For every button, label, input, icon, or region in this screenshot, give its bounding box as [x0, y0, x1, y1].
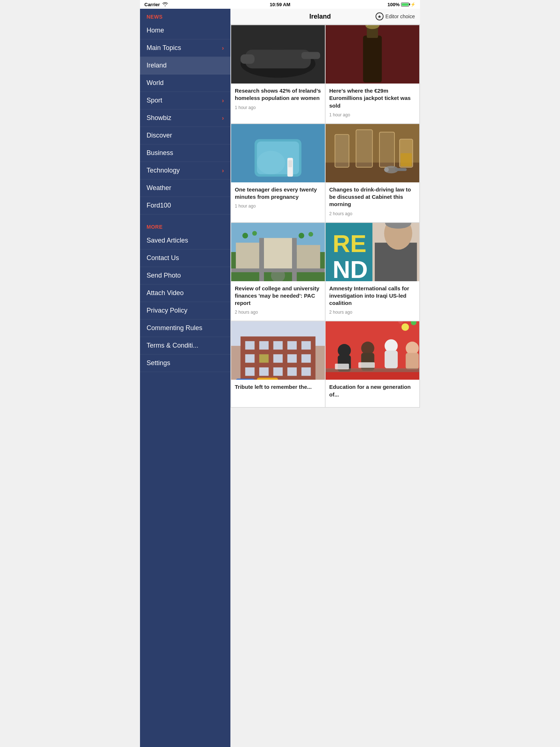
main-content: Ireland ★ Editor choice: [230, 9, 420, 747]
status-left: Carrier: [144, 2, 168, 7]
sidebar-item-label: World: [147, 79, 164, 87]
sidebar-item-terms[interactable]: Terms & Conditi...: [140, 337, 230, 355]
sidebar-item-weather[interactable]: Weather: [140, 179, 230, 197]
article-time: [235, 394, 321, 398]
sidebar-item-saved-articles[interactable]: Saved Articles: [140, 232, 230, 249]
sidebar-item-label: Showbiz: [147, 114, 171, 122]
sidebar-item-main-topics[interactable]: Main Topics ›: [140, 39, 230, 57]
status-time: 10:59 AM: [270, 2, 291, 7]
svg-text:RE: RE: [332, 230, 366, 257]
article-time: 2 hours ago: [329, 211, 416, 220]
news-card[interactable]: Research shows 42% of Ireland’s homeless…: [231, 25, 325, 123]
article-headline: Review of college and university finance…: [235, 285, 321, 307]
svg-rect-60: [287, 355, 297, 363]
svg-point-41: [308, 232, 313, 236]
svg-point-38: [242, 233, 248, 238]
sidebar-item-label: Settings: [147, 359, 170, 367]
article-image: [326, 25, 419, 84]
svg-rect-2: [245, 50, 311, 68]
article-time: 1 hour ago: [235, 204, 321, 212]
sidebar-item-ireland[interactable]: Ireland: [140, 57, 230, 74]
svg-point-77: [406, 342, 419, 355]
sidebar-item-label: Commenting Rules: [147, 324, 202, 332]
svg-rect-22: [356, 130, 373, 167]
sidebar-item-home[interactable]: Home: [140, 22, 230, 39]
article-headline: Tribute left to remember the...: [235, 383, 321, 391]
sidebar-item-label: Weather: [147, 184, 171, 192]
sidebar-item-business[interactable]: Business: [140, 144, 230, 162]
svg-rect-65: [287, 368, 297, 376]
article-time: [329, 401, 416, 405]
svg-point-82: [401, 324, 409, 331]
sidebar-item-commenting-rules[interactable]: Commenting Rules: [140, 320, 230, 337]
article-headline: Research shows 42% of Ireland’s homeless…: [235, 87, 321, 102]
svg-rect-6: [363, 36, 382, 83]
svg-rect-17: [288, 160, 292, 167]
article-image: [231, 25, 325, 84]
sidebar-item-settings[interactable]: Settings: [140, 355, 230, 372]
svg-rect-3: [241, 54, 255, 64]
sidebar-item-label: Saved Articles: [147, 237, 188, 244]
sidebar-item-showbiz[interactable]: Showbiz ›: [140, 109, 230, 127]
svg-rect-55: [287, 341, 297, 350]
svg-rect-63: [259, 368, 269, 376]
article-image: [231, 223, 325, 281]
sidebar-item-label: Ireland: [147, 62, 167, 69]
news-card[interactable]: Education for a new generation of...: [326, 321, 419, 407]
article-image: [326, 321, 419, 380]
sidebar-item-privacy-policy[interactable]: Privacy Policy: [140, 302, 230, 320]
article-image: [326, 124, 419, 182]
sidebar-item-label: Technology: [147, 167, 180, 174]
news-card[interactable]: RE ND Amnesty International calls for in…: [326, 223, 419, 321]
star-icon: ★: [376, 12, 384, 20]
news-card[interactable]: Here’s where the €29m Euromillions jackp…: [326, 25, 419, 123]
svg-rect-76: [385, 351, 398, 368]
sidebar-item-label: Privacy Policy: [147, 307, 187, 314]
sidebar-divider: [140, 214, 230, 219]
article-headline: One teenager dies every twenty minutes f…: [235, 186, 321, 201]
article-time: 2 hours ago: [329, 310, 416, 318]
sidebar-item-contact-us[interactable]: Contact Us: [140, 249, 230, 267]
svg-rect-61: [302, 355, 311, 363]
wifi-icon: [162, 2, 168, 7]
sidebar-item-discover[interactable]: Discover: [140, 127, 230, 144]
svg-rect-62: [245, 368, 255, 376]
sidebar-item-label: Send Photo: [147, 272, 181, 279]
sidebar-item-label: Home: [147, 27, 164, 34]
sidebar-item-ford100[interactable]: Ford100: [140, 197, 230, 214]
editor-choice-button[interactable]: ★ Editor choice: [376, 12, 415, 20]
article-headline: Changes to drink-driving law to be discu…: [329, 186, 416, 208]
svg-rect-35: [292, 238, 297, 281]
status-bar: Carrier 10:59 AM 100% ⚡: [140, 0, 420, 9]
more-section-label: MORE: [140, 219, 230, 232]
svg-rect-27: [395, 168, 407, 171]
svg-rect-25: [401, 153, 412, 166]
svg-rect-52: [245, 341, 255, 350]
svg-rect-23: [380, 132, 394, 167]
article-image: [231, 124, 325, 182]
sidebar-item-label: Ford100: [147, 202, 171, 209]
svg-rect-80: [335, 364, 349, 369]
sidebar-item-send-photo[interactable]: Send Photo: [140, 267, 230, 285]
article-time: 1 hour ago: [329, 112, 416, 121]
svg-rect-32: [264, 238, 292, 271]
news-section-label: NEWS: [140, 9, 230, 22]
news-card[interactable]: Tribute left to remember the...: [231, 321, 325, 407]
svg-rect-67: [236, 379, 254, 380]
sidebar-item-attach-video[interactable]: Attach Video: [140, 285, 230, 302]
status-right: 100% ⚡: [388, 2, 416, 7]
article-time: 2 hours ago: [235, 310, 321, 318]
news-card[interactable]: Changes to drink-driving law to be discu…: [326, 124, 419, 222]
news-card[interactable]: One teenager dies every twenty minutes f…: [231, 124, 325, 222]
sidebar-item-world[interactable]: World: [140, 74, 230, 92]
news-grid: Research shows 42% of Ireland’s homeless…: [230, 24, 420, 408]
page-title: Ireland: [265, 13, 376, 20]
sidebar-item-sport[interactable]: Sport ›: [140, 92, 230, 109]
news-card[interactable]: Review of college and university finance…: [231, 223, 325, 321]
editor-choice-label: Editor choice: [385, 13, 415, 19]
sidebar: NEWS Home Main Topics › Ireland World Sp…: [140, 9, 230, 747]
sidebar-item-technology[interactable]: Technology ›: [140, 162, 230, 179]
svg-point-40: [299, 233, 304, 238]
svg-rect-4: [302, 52, 320, 59]
svg-point-28: [384, 167, 389, 172]
